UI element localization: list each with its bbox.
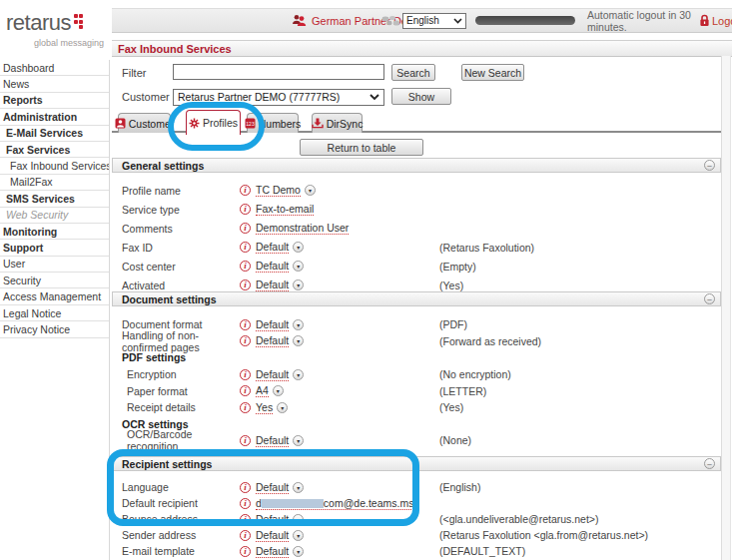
setting-value-link[interactable]: A4 (256, 384, 269, 397)
sidebar-item-legal-notice[interactable]: Legal Notice (0, 305, 109, 321)
dropdown-icon[interactable]: ▾ (293, 242, 304, 253)
setting-value: Default▾ (256, 545, 439, 558)
dropdown-icon[interactable]: ▾ (293, 335, 304, 346)
info-icon[interactable]: i (240, 223, 251, 234)
setting-label: Encryption (122, 368, 240, 380)
sidebar-item-monitoring[interactable]: Monitoring (0, 224, 109, 240)
scrollbar-track[interactable] (721, 56, 731, 560)
sidebar-item-support[interactable]: Support (0, 240, 109, 256)
sidebar-item-security[interactable]: Security (0, 273, 109, 288)
setting-value-link[interactable]: Default (256, 260, 289, 273)
info-icon[interactable]: i (240, 280, 251, 290)
sidebar-item-access-management[interactable]: Access Management (0, 288, 109, 304)
setting-value-link[interactable]: Default (256, 279, 289, 291)
setting-value-link[interactable]: TC Demo (256, 184, 301, 197)
setting-value-link[interactable]: Default (256, 545, 289, 558)
tab-profiles[interactable]: Profiles (186, 110, 241, 135)
section-title: Document settings (122, 293, 704, 305)
return-to-table-button[interactable]: Return to table (300, 139, 423, 156)
dropdown-icon[interactable]: ▾ (293, 546, 304, 557)
setting-value-link[interactable]: Yes (256, 401, 273, 414)
dropdown-icon[interactable]: ▾ (293, 514, 304, 525)
dropdown-icon[interactable]: ▾ (293, 530, 304, 541)
page-title: Fax Inbound Services (118, 43, 232, 55)
sidebar-item-fax-services[interactable]: Fax Services (0, 142, 109, 158)
setting-value: Default▾ (256, 318, 439, 331)
dropdown-icon[interactable]: ▾ (305, 185, 316, 196)
info-icon[interactable]: i (240, 319, 251, 330)
show-button[interactable]: Show (391, 88, 451, 105)
setting-value: Default▾ (256, 279, 439, 291)
new-search-button[interactable]: New Search (461, 64, 524, 81)
collapse-icon[interactable]: – (704, 293, 715, 304)
info-icon[interactable]: i (240, 546, 251, 557)
dropdown-icon[interactable]: ▾ (293, 369, 304, 380)
section-header: Recipient settings– (112, 456, 721, 471)
collapse-icon[interactable]: – (704, 458, 715, 469)
setting-value-link[interactable]: Fax-to-email (256, 203, 314, 216)
auto-logout-text: Automatic logout in 30 minutes. (587, 9, 732, 32)
tab-dirsync[interactable]: DirSync (312, 113, 363, 133)
setting-value-link[interactable]: Default (256, 318, 289, 331)
sidebar-item-reports[interactable]: Reports (0, 93, 109, 109)
sidebar-item-privacy-notice[interactable]: Privacy Notice (0, 321, 109, 337)
setting-value-link[interactable]: Default (256, 481, 289, 494)
redacted-email-segment (262, 499, 324, 508)
tab-label: Customer (129, 118, 175, 130)
language-select[interactable]: English (402, 9, 466, 32)
setting-value-link[interactable]: Default (256, 434, 289, 447)
setting-value: Default▾ (256, 368, 439, 381)
sidebar-item-mail2fax[interactable]: Mail2Fax (0, 175, 109, 191)
info-icon[interactable]: i (240, 261, 251, 272)
sidebar-item-dashboard[interactable]: Dashboard (0, 60, 109, 76)
section-recipient-settings: Recipient settings–LanguageiDefault▾(Eng… (112, 456, 721, 559)
dropdown-icon[interactable]: ▾ (293, 261, 304, 272)
info-icon[interactable]: i (240, 242, 251, 253)
info-icon[interactable]: i (240, 402, 251, 413)
dropdown-icon[interactable]: ▾ (293, 482, 304, 493)
info-icon[interactable]: i (240, 204, 251, 215)
collapse-icon[interactable]: – (704, 160, 715, 171)
dropdown-icon[interactable]: ▾ (293, 435, 304, 446)
sidebar-item-web-security[interactable]: Web Security (0, 208, 109, 224)
setting-value-link[interactable]: Default (256, 241, 289, 254)
info-icon[interactable]: i (240, 185, 251, 196)
sidebar-item-sms-services[interactable]: SMS Services (0, 191, 109, 207)
setting-value-link[interactable]: Default (256, 368, 289, 381)
info-icon[interactable]: i (240, 369, 251, 380)
sidebar-item-news[interactable]: News (0, 76, 109, 92)
info-icon[interactable]: i (240, 498, 251, 509)
info-icon[interactable]: i (240, 435, 251, 446)
setting-value: Fax-to-email (256, 203, 439, 216)
setting-value-link[interactable]: Default (256, 513, 289, 526)
setting-value: Default▾ (256, 513, 439, 526)
dropdown-icon[interactable]: ▾ (293, 280, 304, 290)
setting-note: (LETTER) (439, 385, 486, 397)
setting-value-link[interactable]: dcom@de.teams.ms (256, 497, 413, 510)
filter-input[interactable] (173, 64, 384, 80)
setting-row: Fax IDiDefault▾(Retarus Faxolution) (112, 238, 721, 257)
sidebar-item-administration[interactable]: Administration (0, 109, 109, 125)
setting-label: Paper format (122, 385, 240, 397)
info-icon[interactable]: i (240, 530, 251, 541)
tab-customer[interactable]: Customer (118, 113, 171, 133)
info-icon[interactable]: i (240, 482, 251, 493)
sidebar-item-e-mail-services[interactable]: E-Mail Services (0, 126, 109, 142)
info-icon[interactable]: i (240, 385, 251, 396)
setting-row: Default recipientidcom@de.teams.ms (112, 495, 721, 511)
setting-note: (PDF) (439, 318, 467, 330)
setting-value-link[interactable]: Default (256, 334, 289, 347)
dropdown-icon[interactable]: ▾ (293, 319, 304, 330)
logout-button[interactable]: Logout (712, 9, 732, 32)
sidebar-item-fax-inbound-services[interactable]: Fax Inbound Services (0, 158, 109, 174)
info-icon[interactable]: i (240, 335, 251, 346)
sidebar-item-user[interactable]: User (0, 257, 109, 273)
dropdown-icon[interactable]: ▾ (277, 402, 288, 413)
search-button[interactable]: Search (391, 64, 435, 81)
setting-value-link[interactable]: Default (256, 529, 289, 542)
setting-value-link[interactable]: Demonstration User (256, 222, 349, 235)
tab-numbers[interactable]: 123Numbers (247, 113, 299, 133)
customer-select[interactable]: Retarus Partner DEMO (77777RS) (173, 89, 384, 106)
dropdown-icon[interactable]: ▾ (273, 385, 284, 396)
info-icon[interactable]: i (240, 514, 251, 525)
